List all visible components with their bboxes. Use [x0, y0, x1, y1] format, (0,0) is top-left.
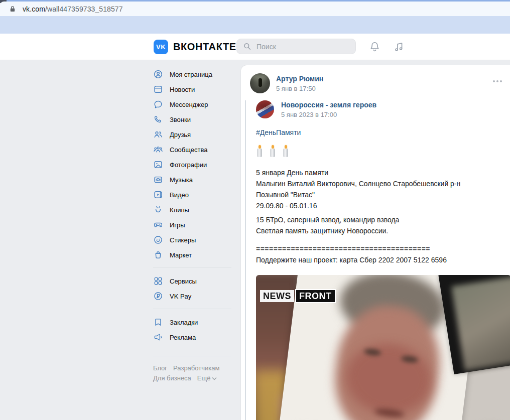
vk-page: vk.com/wall447359733_518577 VK ВКОНТАКТЕ [0, 0, 510, 420]
sidebar-item-label: Сервисы [170, 277, 197, 285]
repost-header: Новороссия - земля героев 5 янв 2023 в 1… [256, 100, 510, 118]
sidebar-item-services[interactable]: Сервисы [153, 273, 231, 289]
footer-link-business[interactable]: Для бизнеса [153, 374, 191, 382]
sidebar-item-label: Клипы [170, 206, 189, 214]
sidebar-item-communities[interactable]: Сообщества [153, 142, 231, 157]
post-menu-ellipsis[interactable] [491, 80, 502, 82]
sidebar-item-label: Музыка [170, 176, 193, 184]
post-date-link[interactable]: 5 янв в 17:50 [276, 85, 323, 92]
sidebar-item-news[interactable]: Новости [153, 82, 231, 97]
sidebar-item-games[interactable]: Игры [153, 217, 231, 232]
watermark-news: NEWS [260, 290, 294, 302]
sidebar-item-messenger[interactable]: Мессенджер [153, 97, 231, 112]
sidebar-item-label: Сообщества [170, 146, 208, 154]
sidebar-item-label: Друзья [170, 131, 191, 138]
market-icon [153, 250, 163, 260]
music-notes-icon[interactable] [393, 40, 406, 53]
candle-emoji [283, 149, 288, 157]
sidebar-item-bookmarks[interactable]: Закладки [153, 315, 231, 330]
sidebar-item-video[interactable]: Видео [153, 187, 231, 202]
communities-icon [153, 145, 163, 155]
bookmarks-icon [153, 317, 163, 327]
repost-date-link[interactable]: 5 янв 2023 в 17:00 [281, 111, 376, 118]
author-avatar[interactable] [250, 73, 270, 93]
text-line: Поддержите наш проект: карта Сбер 2202 2… [256, 254, 510, 265]
sidebar-item-label: Закладки [170, 319, 198, 326]
sidebar-item-label: Игры [170, 221, 185, 229]
stickers-icon [153, 235, 163, 245]
footer-link-more[interactable]: Ещё [197, 374, 217, 382]
music-icon [153, 175, 163, 185]
sidebar-item-label: Звонки [170, 116, 191, 123]
sidebar-item-music[interactable]: Музыка [153, 172, 231, 187]
separator-line: ======================================== [256, 243, 510, 254]
newsfront-watermark: NEWS FRONT [260, 289, 336, 303]
vk-logo-icon[interactable]: VK [154, 40, 168, 54]
services-icon [153, 276, 163, 286]
browser-band [0, 16, 510, 34]
sidebar-item-label: VK Pay [170, 293, 191, 300]
text-line: Позывной "Витас" [256, 189, 510, 200]
sidebar-item-profile[interactable]: Моя страница [153, 67, 231, 82]
url-text[interactable]: vk.com/wall447359733_518577 [23, 5, 123, 13]
sidebar-item-label: Маркет [170, 251, 192, 259]
sidebar-item-friends[interactable]: Друзья [153, 127, 231, 142]
sidebar-divider [153, 309, 231, 309]
sidebar-nav: Моя страница Новости Мессенджер Звонки [153, 67, 231, 383]
messenger-icon [153, 99, 163, 109]
candle-emoji [270, 149, 275, 157]
sidebar-item-stickers[interactable]: Стикеры [153, 232, 231, 247]
text-line: 5 января День памяти [256, 167, 510, 178]
sidebar-item-calls[interactable]: Звонки [153, 112, 231, 127]
repost-block: Новороссия - земля героев 5 янв 2023 в 1… [245, 100, 510, 420]
sidebar-item-label: Видео [170, 191, 189, 199]
vk-wordmark[interactable]: ВКОНТАКТЕ [173, 41, 236, 53]
calls-icon [153, 114, 163, 124]
ads-icon [153, 332, 163, 342]
footer-link-blog[interactable]: Блог [153, 364, 167, 372]
support-text: ========================================… [256, 243, 510, 265]
hashtag-link[interactable]: #ДеньПамяти [256, 127, 301, 138]
footer-link-developers[interactable]: Разработчикам [173, 364, 219, 372]
author-name-link[interactable]: Артур Рюмин [276, 75, 323, 83]
sidebar-footer: БлогРазработчикам Для бизнесаЕщё [153, 363, 238, 383]
unit-text: 15 БТрО, саперный взвод, командир взвода… [256, 214, 510, 236]
sidebar-item-label: Стикеры [170, 236, 196, 244]
post-image[interactable]: NEWS FRONT [256, 275, 510, 420]
notifications-bell-icon[interactable] [368, 40, 381, 53]
friends-icon [153, 129, 163, 139]
vkpay-icon [153, 291, 163, 301]
sidebar-item-label: Реклама [170, 334, 196, 341]
text-line: Малыгин Виталий Викторович, Солнцево Ста… [256, 178, 510, 189]
watermark-front: FRONT [295, 289, 336, 303]
repost-body: #ДеньПамяти 5 января День памяти Малыгин… [256, 127, 510, 420]
search-input[interactable] [256, 42, 343, 51]
sidebar-item-market[interactable]: Маркет [153, 247, 231, 262]
sidebar-item-vkpay[interactable]: VK Pay [153, 289, 231, 304]
url-path: /wall447359733_518577 [45, 5, 123, 13]
sidebar-item-label: Моя страница [170, 71, 212, 78]
text-line: Светлая память защитнику Новороссии. [256, 225, 510, 236]
sidebar-item-ads[interactable]: Реклама [153, 330, 231, 345]
browser-address-bar[interactable]: vk.com/wall447359733_518577 [0, 2, 510, 16]
sidebar-item-label: Новости [170, 86, 195, 93]
post-header: Артур Рюмин 5 янв в 17:50 [250, 73, 323, 93]
text-line: 29.09.80 - 05.01.16 [256, 200, 510, 211]
memorial-text: 5 января День памяти Малыгин Виталий Вик… [256, 167, 510, 211]
candle-emoji [257, 149, 262, 157]
sidebar-item-clips[interactable]: Клипы [153, 202, 231, 217]
search-icon [243, 42, 251, 51]
sidebar-item-label: Мессенджер [170, 101, 208, 108]
games-icon [153, 220, 163, 230]
text-line: 15 БТрО, саперный взвод, командир взвода [256, 214, 510, 225]
sidebar-divider [153, 267, 231, 268]
news-icon [153, 84, 163, 94]
clips-icon [153, 205, 163, 215]
sidebar-item-label: Фотографии [170, 161, 207, 169]
url-domain: vk.com [23, 5, 45, 13]
chevron-down-icon [212, 373, 217, 383]
repost-source-link[interactable]: Новороссия - земля героев [281, 101, 376, 109]
repost-community-avatar[interactable] [256, 100, 274, 118]
sidebar-item-photos[interactable]: Фотографии [153, 157, 231, 172]
search-box[interactable] [236, 39, 356, 54]
